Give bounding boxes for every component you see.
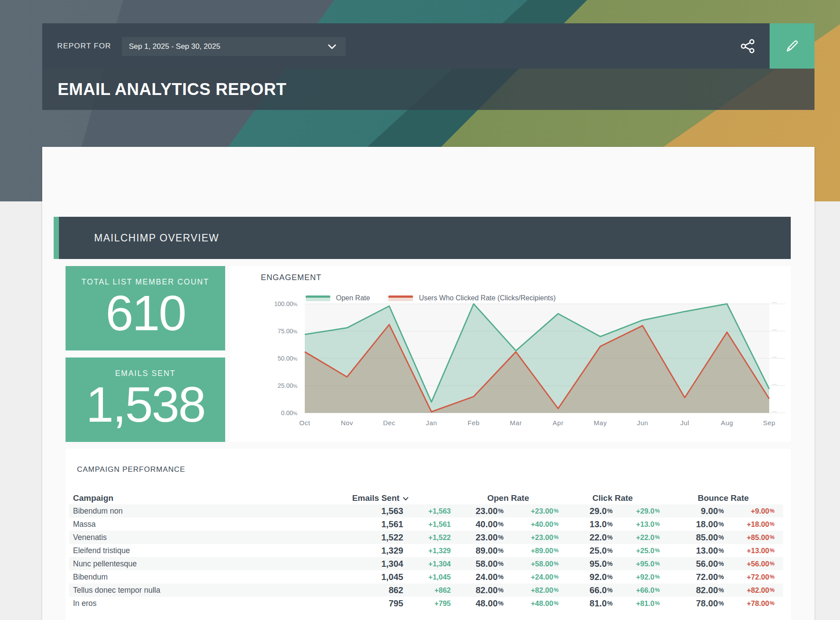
column-header-campaign[interactable]: Campaign [69,492,307,505]
svg-text:Oct: Oct [299,419,310,427]
click-rate-value: 95.0% [562,559,616,569]
campaign-name: Venenatis [69,533,307,542]
date-range-value: Sep 1, 2025 - Sep 30, 2025 [129,37,220,56]
campaign-name: Tellus donec tempor nulla [69,586,307,595]
stat-value: 1,538 [66,380,225,429]
svg-text:50.00%: 50.00% [278,355,297,362]
bounce-rate-value: 9.00% [663,506,727,516]
table-row: Nunc pellentesque1,304+1,30458.00%+58.00… [69,557,783,570]
share-icon [740,39,755,54]
svg-text:May: May [594,419,607,427]
engagement-widget: ENGAGEMENT Open Rate Users Who Clicked R… [230,266,791,442]
emails-sent-value: 1,304 [307,559,407,569]
emails-sent-value: 1,563 [307,506,407,516]
table-row: Venenatis1,522+1,52223.00%+23.00%22.0%+2… [69,531,783,544]
table-header: Campaign Emails Sent Open Rate Click Rat… [69,492,783,505]
edit-button[interactable] [770,23,814,69]
emails-sent-delta: +1,561 [407,520,454,529]
date-range-dropdown[interactable]: Sep 1, 2025 - Sep 30, 2025 [122,37,346,56]
click-rate-value: 81.0% [562,598,616,609]
open-rate-value: 24.00% [454,572,507,582]
open-rate-delta: +89.00% [507,547,562,555]
open-rate-value: 23.00% [454,506,507,516]
svg-text:Mar: Mar [510,419,522,427]
bounce-rate-value: 82.00% [663,585,727,595]
open-rate-value: 58.00% [454,559,507,569]
column-header-bounce-rate[interactable]: Bounce Rate [663,492,783,505]
svg-text:Feb: Feb [467,419,479,427]
emails-sent-value: 1,045 [307,572,407,582]
campaign-name: Eleifend tristique [69,546,307,555]
click-rate-value: 66.0% [562,585,616,595]
open-rate-value: 89.00% [454,546,507,556]
column-header-emails-sent[interactable]: Emails Sent [307,492,454,505]
open-rate-value: 48.00% [454,598,507,609]
campaign-performance-widget: CAMPAIGN PERFORMANCE Campaign Emails Sen… [66,449,791,620]
click-rate-delta: +29.0% [616,507,663,515]
emails-sent-value: 1,561 [307,519,407,529]
bounce-rate-delta: +82.00% [727,586,783,594]
open-rate-delta: +23.00% [507,533,562,542]
emails-sent-value: 795 [307,598,407,609]
bounce-rate-value: 13.00% [663,546,727,556]
open-rate-delta: +82.00% [507,586,562,594]
stat-value: 610 [66,289,225,337]
open-rate-delta: +58.00% [507,560,562,568]
click-rate-value: 13.0% [562,519,616,529]
stat-card-emails-sent: EMAILS SENT 1,538 [66,357,225,442]
click-rate-delta: +13.0% [616,520,663,529]
report-card: MAILCHIMP OVERVIEW TOTAL LIST MEMBER COU… [42,147,814,620]
emails-sent-delta: +1,304 [407,560,454,568]
table-row: Eleifend tristique1,329+1,32989.00%+89.0… [69,544,783,557]
share-button[interactable] [739,37,756,55]
svg-text:75.00%: 75.00% [278,328,297,335]
pencil-icon [784,38,800,54]
campaign-name: Bibendum [69,573,307,582]
column-header-open-rate[interactable]: Open Rate [454,492,562,505]
svg-text:Apr: Apr [553,419,564,427]
bounce-rate-delta: +9.00% [727,507,783,515]
bounce-rate-delta: +78.00% [727,599,783,608]
click-rate-delta: +22.0% [616,533,663,542]
svg-text:Nov: Nov [341,419,353,427]
svg-text:0.00%: 0.00% [281,409,297,416]
table-row: In eros795+79548.00%+48.00%81.0%+81.0%78… [69,597,783,610]
stat-card-total-list-member-count: TOTAL LIST MEMBER COUNT 610 [66,266,225,350]
bounce-rate-delta: +85.00% [727,533,783,542]
svg-text:Jun: Jun [637,419,648,427]
emails-sent-value: 1,329 [307,546,407,556]
emails-sent-delta: +795 [407,599,454,608]
table-row: Massa1,561+1,56140.00%+40.00%13.0%+13.0%… [69,518,783,531]
table-row: Tellus donec tempor nulla862+86282.00%+8… [69,584,783,597]
open-rate-value: 82.00% [454,585,507,595]
bounce-rate-value: 78.00% [663,598,727,609]
bounce-rate-delta: +56.00% [727,560,783,568]
page-title: EMAIL ANALYTICS REPORT [58,80,287,99]
emails-sent-delta: +1,045 [407,573,454,581]
svg-text:...: ... [772,407,777,413]
click-rate-delta: +25.0% [616,547,663,555]
table-row: Bibendum1,045+1,04524.00%+24.00%92.0%+92… [69,570,783,584]
click-rate-delta: +66.0% [616,586,663,594]
campaign-name: Nunc pellentesque [69,559,307,569]
bounce-rate-value: 72.00% [663,572,727,582]
open-rate-value: 40.00% [454,519,507,529]
emails-sent-value: 862 [307,585,407,595]
column-header-label: Emails Sent [352,493,400,503]
column-header-click-rate[interactable]: Click Rate [562,492,663,505]
svg-text:Aug: Aug [721,419,733,427]
emails-sent-delta: +1,563 [407,507,454,515]
campaign-name: Bibendum non [69,507,307,516]
report-title-bar: EMAIL ANALYTICS REPORT [42,69,814,110]
svg-text:Sep: Sep [763,419,775,427]
campaign-name: In eros [69,599,307,608]
open-rate-delta: +23.00% [507,507,562,515]
bounce-rate-value: 56.00% [663,559,727,569]
bounce-rate-value: 18.00% [663,519,727,529]
emails-sent-delta: +1,329 [407,547,454,555]
open-rate-value: 23.00% [454,532,507,543]
open-rate-delta: +48.00% [507,599,562,608]
report-header-bar: REPORT FOR Sep 1, 2025 - Sep 30, 2025 [42,23,770,69]
campaign-name: Massa [69,520,307,529]
emails-sent-delta: +1,522 [407,533,454,542]
